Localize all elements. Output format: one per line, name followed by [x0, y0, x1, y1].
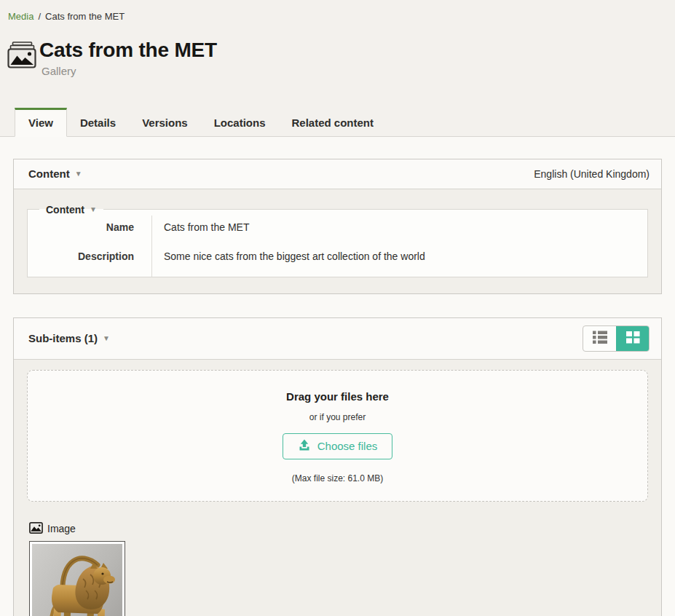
- grid-view-button[interactable]: [616, 326, 649, 351]
- field-label: Description: [28, 242, 151, 277]
- item-type-text: Image: [47, 523, 76, 534]
- chevron-down-icon: ▼: [103, 335, 110, 342]
- content-fieldset-legend[interactable]: Content ▼: [39, 204, 103, 216]
- subitem-thumbnail[interactable]: [29, 541, 125, 616]
- chevron-down-icon: ▼: [75, 170, 82, 178]
- choose-files-button[interactable]: Choose files: [283, 433, 393, 459]
- subitems-section-title: Sub-items (1): [28, 332, 98, 344]
- max-file-size-note: (Max file size: 61.0 MB): [28, 473, 647, 483]
- content-section: Content ▼ English (United Kingdom) Conte…: [13, 159, 662, 294]
- field-row-description: Description Some nice cats from the bigg…: [28, 242, 647, 277]
- breadcrumb: Media/Cats from the MET: [0, 0, 675, 22]
- tab-bar: View Details Versions Locations Related …: [0, 108, 675, 137]
- subitems-section: Sub-items (1) ▼: [13, 317, 662, 616]
- tab-details[interactable]: Details: [67, 108, 129, 137]
- list-view-button[interactable]: [583, 326, 616, 351]
- field-value: Cats from the MET: [151, 216, 647, 242]
- breadcrumb-separator: /: [38, 11, 41, 22]
- content-section-title: Content: [28, 167, 70, 180]
- list-view-icon: [592, 330, 608, 347]
- tab-related-content[interactable]: Related content: [279, 108, 387, 137]
- field-value: Some nice cats from the biggest art coll…: [151, 242, 647, 277]
- image-icon: [29, 522, 43, 536]
- subitems-section-header: Sub-items (1) ▼: [14, 318, 661, 360]
- breadcrumb-current: Cats from the MET: [45, 11, 125, 22]
- content-section-header: Content ▼ English (United Kingdom): [14, 159, 661, 189]
- subitems-section-body: Drag your files here or if you prefer Ch…: [14, 360, 661, 616]
- content-fieldset: Content ▼ Name Cats from the MET Descrip…: [27, 204, 648, 277]
- choose-files-label: Choose files: [317, 440, 378, 452]
- item-type-label: Image: [29, 522, 648, 536]
- upload-icon: [298, 438, 311, 454]
- file-dropzone[interactable]: Drag your files here or if you prefer Ch…: [27, 370, 648, 502]
- tab-versions[interactable]: Versions: [129, 108, 201, 137]
- field-row-name: Name Cats from the MET: [28, 216, 647, 242]
- content-section-body: Content ▼ Name Cats from the MET Descrip…: [14, 189, 661, 293]
- grid-view-icon: [625, 330, 641, 347]
- tab-locations[interactable]: Locations: [201, 108, 279, 137]
- photo-stack-icon: [7, 42, 37, 71]
- main-content: Content ▼ English (United Kingdom) Conte…: [0, 137, 675, 616]
- content-section-collapse[interactable]: Content ▼: [28, 167, 82, 180]
- breadcrumb-link-media[interactable]: Media: [8, 11, 33, 22]
- content-type-label: Gallery: [42, 65, 217, 77]
- language-label: English (United Kingdom): [534, 168, 650, 180]
- content-fieldset-legend-text: Content: [46, 204, 84, 216]
- tab-view[interactable]: View: [15, 108, 67, 137]
- field-label: Name: [28, 216, 151, 242]
- subitems-section-collapse[interactable]: Sub-items (1) ▼: [28, 332, 110, 344]
- golden-lion-image: [32, 544, 122, 616]
- dropzone-title: Drag your files here: [28, 390, 647, 403]
- chevron-down-icon: ▼: [90, 206, 97, 213]
- page-header: Cats from the MET Gallery: [7, 39, 675, 77]
- page-title: Cats from the MET: [39, 39, 217, 62]
- dropzone-subtitle: or if you prefer: [28, 412, 647, 422]
- view-toggle: [583, 325, 650, 352]
